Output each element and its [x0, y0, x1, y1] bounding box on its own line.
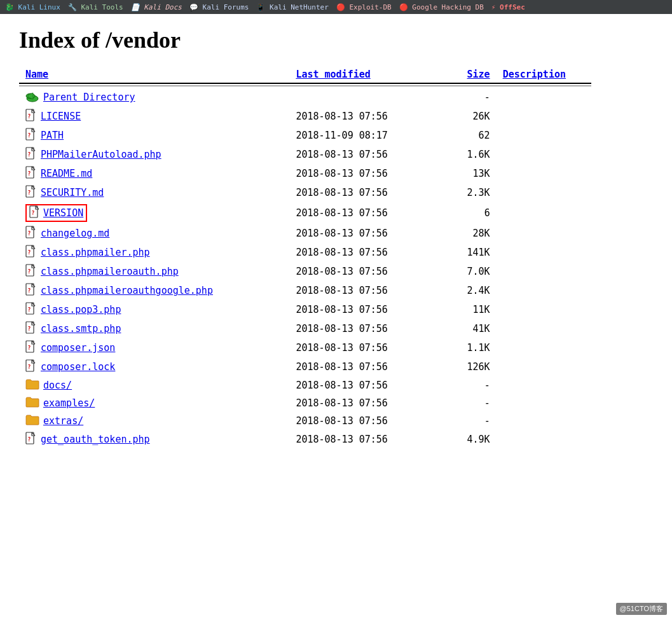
file-link[interactable]: PHPMailerAutoload.php: [41, 149, 161, 160]
file-description: [497, 412, 591, 430]
file-link[interactable]: Parent Directory: [43, 92, 135, 103]
file-link[interactable]: get_oauth_token.php: [41, 434, 150, 445]
file-link[interactable]: composer.json: [41, 342, 115, 354]
file-description: [497, 164, 591, 183]
sort-by-name[interactable]: Name: [25, 69, 48, 80]
file-name-cell: extras/: [19, 412, 289, 430]
file-size: 1.1K: [449, 338, 497, 357]
file-size: 141K: [449, 243, 497, 262]
folder-icon: [25, 378, 39, 392]
file-icon: ?: [25, 185, 37, 200]
file-name-cell: ? changelog.md: [19, 224, 289, 243]
file-modified: 2018-08-13 07:56: [289, 376, 448, 394]
file-modified: 2018-08-13 07:56: [289, 224, 448, 243]
svg-text:?: ?: [28, 171, 31, 177]
col-header-size: Size: [449, 66, 497, 83]
table-row: ? README.md2018-08-13 07:5613K: [19, 164, 591, 183]
table-row: ? class.phpmaileroauth.php2018-08-13 07:…: [19, 262, 591, 281]
file-link[interactable]: LICENSE: [41, 111, 81, 122]
nav-kali-tools[interactable]: 🔧 Kali Tools: [68, 3, 123, 11]
col-header-modified: Last modified: [289, 66, 448, 83]
svg-text:?: ?: [28, 269, 31, 275]
svg-text:?: ?: [28, 364, 31, 370]
table-row: extras/2018-08-13 07:56-: [19, 412, 591, 430]
file-link[interactable]: class.phpmaileroauthgoogle.php: [41, 285, 213, 296]
file-modified: 2018-08-13 07:56: [289, 243, 448, 262]
file-size: 4.9K: [449, 430, 497, 449]
nav-kali-forums[interactable]: 💬 Kali Forums: [189, 3, 249, 11]
file-modified: 2018-08-13 07:56: [289, 281, 448, 300]
file-link[interactable]: class.phpmailer.php: [41, 247, 150, 258]
sort-by-size[interactable]: Size: [467, 69, 490, 80]
browser-toolbar: 🐉 Kali Linux 🔧 Kali Tools 📄 Kali Docs 💬 …: [0, 0, 672, 14]
file-description: [497, 243, 591, 262]
svg-text:?: ?: [28, 231, 31, 237]
table-row: docs/2018-08-13 07:56-: [19, 376, 591, 394]
svg-text:?: ?: [28, 114, 31, 120]
file-modified: 2018-11-09 08:17: [289, 126, 448, 145]
file-link[interactable]: composer.lock: [41, 361, 115, 373]
file-name-cell: ? get_oauth_token.php: [19, 430, 289, 449]
file-name-cell: ? PHPMailerAutoload.php: [19, 145, 289, 164]
file-description: [497, 300, 591, 319]
file-modified: 2018-08-13 07:56: [289, 145, 448, 164]
file-link[interactable]: README.md: [41, 168, 92, 179]
table-row: examples/2018-08-13 07:56-: [19, 394, 591, 412]
file-size: 2.4K: [449, 281, 497, 300]
file-modified: 2018-08-13 07:56: [289, 107, 448, 126]
file-icon: ?: [25, 147, 37, 162]
file-size: 62: [449, 126, 497, 145]
file-name-cell: ? class.phpmaileroauthgoogle.php: [19, 281, 289, 300]
file-modified: 2018-08-13 07:56: [289, 319, 448, 338]
file-description: [497, 262, 591, 281]
file-icon: ?: [25, 283, 37, 298]
file-description: [497, 107, 591, 126]
table-row: Parent Directory-: [19, 88, 591, 107]
file-size: 7.0K: [449, 262, 497, 281]
svg-text:?: ?: [28, 190, 31, 196]
file-size: 41K: [449, 319, 497, 338]
file-size: 11K: [449, 300, 497, 319]
nav-exploit-db[interactable]: 🔴 Exploit-DB: [336, 3, 392, 11]
nav-kali-nethunter[interactable]: 📱 Kali NetHunter: [256, 3, 328, 11]
file-modified: 2018-08-13 07:56: [289, 338, 448, 357]
file-name-cell: ? SECURITY.md: [19, 183, 289, 202]
file-description: [497, 376, 591, 394]
file-description: [497, 224, 591, 243]
file-link[interactable]: examples/: [43, 397, 95, 409]
file-listing-table: Name Last modified Size Description Pare…: [19, 66, 591, 449]
table-row: ? class.phpmailer.php2018-08-13 07:56141…: [19, 243, 591, 262]
file-size: 2.3K: [449, 183, 497, 202]
file-link[interactable]: docs/: [43, 380, 72, 391]
file-link[interactable]: class.pop3.php: [41, 304, 121, 315]
nav-google-hacking[interactable]: 🔴 Google Hacking DB: [399, 3, 484, 11]
table-row: ? PHPMailerAutoload.php2018-08-13 07:561…: [19, 145, 591, 164]
file-name-cell: Parent Directory: [19, 88, 289, 107]
sort-by-description[interactable]: Description: [503, 69, 566, 80]
file-link[interactable]: SECURITY.md: [41, 187, 104, 198]
file-size: 28K: [449, 224, 497, 243]
svg-text:?: ?: [28, 288, 31, 294]
file-name-cell: ? LICENSE: [19, 107, 289, 126]
file-link[interactable]: VERSION: [43, 207, 83, 219]
file-modified: 2018-08-13 07:56: [289, 262, 448, 281]
nav-offsec[interactable]: ⚡ OffSec: [491, 3, 525, 11]
nav-kali-docs[interactable]: 📄 Kali Docs: [131, 3, 182, 11]
table-row: ? class.pop3.php2018-08-13 07:5611K: [19, 300, 591, 319]
file-icon: ?: [25, 359, 37, 375]
col-header-description: Description: [497, 66, 591, 83]
sort-by-modified[interactable]: Last modified: [296, 69, 370, 80]
file-link[interactable]: extras/: [43, 415, 83, 427]
file-link[interactable]: class.smtp.php: [41, 323, 121, 334]
file-size: -: [449, 394, 497, 412]
file-link[interactable]: class.phpmaileroauth.php: [41, 266, 179, 277]
folder-icon: [25, 414, 39, 428]
file-icon: ?: [25, 321, 37, 336]
file-link[interactable]: changelog.md: [41, 228, 109, 239]
nav-kali-linux[interactable]: 🐉 Kali Linux: [5, 3, 60, 11]
file-modified: 2018-08-13 07:56: [289, 412, 448, 430]
svg-text:?: ?: [28, 345, 31, 351]
file-modified: 2018-08-13 07:56: [289, 164, 448, 183]
file-icon: ?: [25, 166, 37, 181]
file-link[interactable]: PATH: [41, 130, 64, 141]
